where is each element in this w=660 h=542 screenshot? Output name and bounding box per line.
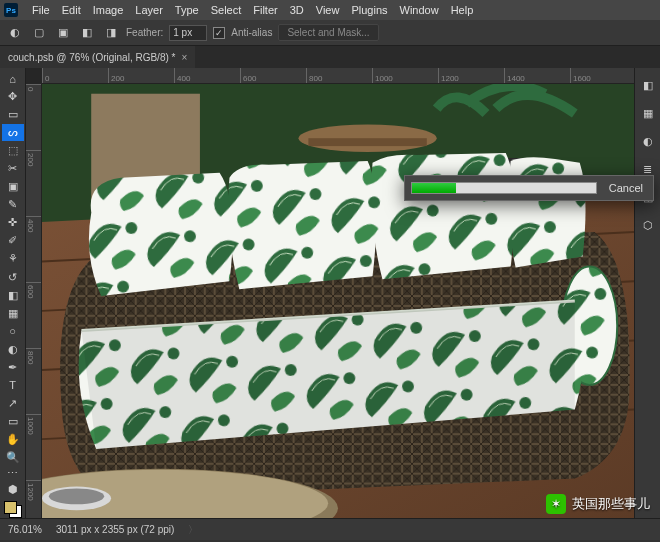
progress-bar [411, 182, 597, 194]
canvas-area: 0200400600800100012001400160018002000220… [26, 68, 634, 518]
svg-point-9 [299, 124, 437, 152]
status-zoom: 76.01% [8, 524, 42, 535]
color-swatch[interactable] [4, 501, 22, 518]
menu-bar: Ps File Edit Image Layer Type Select Fil… [0, 0, 660, 20]
tool-zoom-icon[interactable]: 🔍 [2, 449, 24, 466]
feather-label: Feather: [126, 27, 163, 38]
antialias-checkbox[interactable]: ✓ [213, 27, 225, 39]
tool-frame-icon[interactable]: ▣ [2, 178, 24, 195]
watermark: ✶ 英国那些事儿 [546, 494, 650, 514]
menu-image[interactable]: Image [87, 4, 130, 16]
tool-hand-icon[interactable]: ✋ [2, 431, 24, 448]
panel-color-icon[interactable]: ◧ [639, 76, 657, 94]
intersect-selection-icon[interactable]: ◨ [102, 24, 120, 42]
menu-3d[interactable]: 3D [284, 4, 310, 16]
tool-heal-icon[interactable]: ✜ [2, 214, 24, 231]
tool-more-icon[interactable]: ⋯ [2, 467, 24, 480]
options-bar: ◐ ▢ ▣ ◧ ◨ Feather: ✓ Anti-alias Select a… [0, 20, 660, 46]
photo-content [42, 84, 634, 518]
menu-window[interactable]: Window [394, 4, 445, 16]
wechat-icon: ✶ [546, 494, 566, 514]
progress-fill [412, 183, 456, 193]
document-tab-bar: couch.psb @ 76% (Original, RGB/8) * × [0, 46, 660, 68]
document-tab[interactable]: couch.psb @ 76% (Original, RGB/8) * × [0, 46, 195, 68]
add-selection-icon[interactable]: ▣ [54, 24, 72, 42]
menu-edit[interactable]: Edit [56, 4, 87, 16]
progress-dialog: Cancel [404, 175, 654, 201]
watermark-text: 英国那些事儿 [572, 495, 650, 513]
tool-edit3d-icon[interactable]: ⬢ [2, 481, 24, 498]
tool-history-brush-icon[interactable]: ↺ [2, 269, 24, 286]
tool-eraser-icon[interactable]: ◧ [2, 287, 24, 304]
menu-view[interactable]: View [310, 4, 346, 16]
menu-select[interactable]: Select [205, 4, 248, 16]
tool-object-select-icon[interactable]: ⬚ [2, 142, 24, 159]
tool-crop-icon[interactable]: ✂ [2, 160, 24, 177]
panel-swatches-icon[interactable]: ▦ [639, 104, 657, 122]
menu-type[interactable]: Type [169, 4, 205, 16]
document-tab-title: couch.psb @ 76% (Original, RGB/8) * [8, 52, 175, 63]
menu-filter[interactable]: Filter [247, 4, 283, 16]
menu-plugins[interactable]: Plugins [345, 4, 393, 16]
antialias-label: Anti-alias [231, 27, 272, 38]
new-selection-icon[interactable]: ▢ [30, 24, 48, 42]
tool-home-icon[interactable]: ⌂ [2, 70, 24, 87]
foreground-color[interactable] [4, 501, 17, 514]
tool-lasso-icon[interactable]: ᔕ [2, 124, 24, 141]
tool-eyedropper-icon[interactable]: ✎ [2, 196, 24, 213]
select-and-mask-button[interactable]: Select and Mask... [278, 24, 378, 41]
status-bar: 76.01% 3011 px x 2355 px (72 ppi) 〉 [0, 518, 660, 540]
tool-blur-icon[interactable]: ○ [2, 323, 24, 340]
panel-paths-icon[interactable]: ⬡ [639, 216, 657, 234]
tool-type-icon[interactable]: T [2, 377, 24, 394]
tool-brush-icon[interactable]: ✐ [2, 232, 24, 249]
tool-marquee-icon[interactable]: ▭ [2, 106, 24, 123]
svg-rect-10 [308, 138, 426, 146]
tool-preset-icon[interactable]: ◐ [6, 24, 24, 42]
tool-stamp-icon[interactable]: ⚘ [2, 250, 24, 267]
tool-move-icon[interactable]: ✥ [2, 88, 24, 105]
svg-point-20 [49, 488, 104, 504]
tool-pen-icon[interactable]: ✒ [2, 359, 24, 376]
status-chevron-icon[interactable]: 〉 [188, 523, 198, 537]
ruler-horizontal: 0200400600800100012001400160018002000220… [42, 68, 634, 84]
app-logo: Ps [4, 3, 18, 17]
subtract-selection-icon[interactable]: ◧ [78, 24, 96, 42]
cancel-button[interactable]: Cancel [605, 180, 647, 196]
feather-input[interactable] [169, 25, 207, 41]
document-canvas[interactable] [42, 84, 634, 518]
tool-gradient-icon[interactable]: ▦ [2, 305, 24, 322]
status-doc-info: 3011 px x 2355 px (72 ppi) [56, 524, 174, 535]
menu-file[interactable]: File [26, 4, 56, 16]
tool-shape-icon[interactable]: ▭ [2, 413, 24, 430]
close-tab-icon[interactable]: × [181, 52, 187, 63]
tool-path-icon[interactable]: ↗ [2, 395, 24, 412]
panel-adjust-icon[interactable]: ◐ [639, 132, 657, 150]
menu-layer[interactable]: Layer [129, 4, 169, 16]
ruler-vertical: 0200400600800100012001400160018002000 [26, 84, 42, 518]
toolbox: ⌂ ✥ ▭ ᔕ ⬚ ✂ ▣ ✎ ✜ ✐ ⚘ ↺ ◧ ▦ ○ ◐ ✒ T ↗ ▭ … [0, 68, 26, 518]
tool-dodge-icon[interactable]: ◐ [2, 341, 24, 358]
panel-dock: ◧ ▦ ◐ ≣ ◫ ⬡ [634, 68, 660, 518]
menu-help[interactable]: Help [445, 4, 480, 16]
